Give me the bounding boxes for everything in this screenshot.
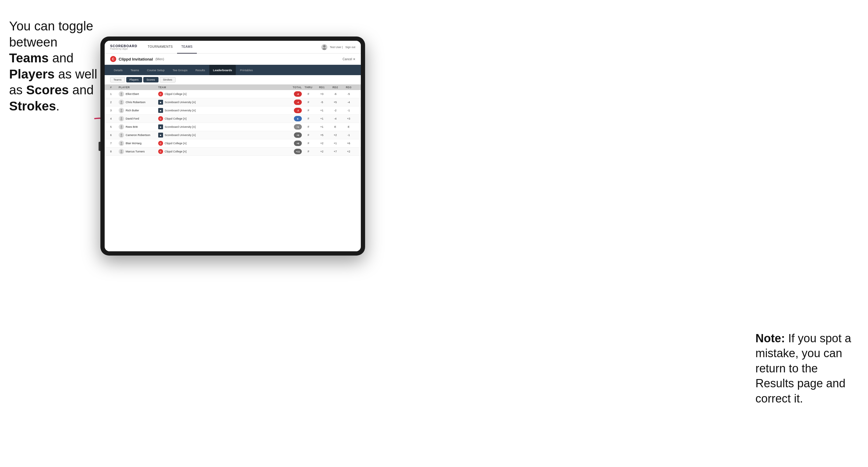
player-cell: Chris Robertson [119,99,158,105]
player-name: Marcus Turners [126,150,145,153]
tablet-frame: SCOREBOARD Powered by clippd TOURNAMENTS… [100,36,365,255]
player-cell: Rees Britt [119,124,158,130]
team-cell: ■ Scoreboard University [A] [158,100,284,105]
svg-point-6 [121,102,123,104]
table-row[interactable]: 1 Elliot Ebert C Clippd College [A] -8 F… [105,90,361,98]
rd3-cell: E [342,125,355,128]
th-rd3: RD3 [342,86,355,89]
svg-point-17 [121,150,122,152]
rd3-cell: -1 [342,109,355,112]
rank-cell: 5 [110,125,119,128]
thru-cell: F [302,101,315,104]
toggle-bar: Teams Players Scores Strokes [105,75,361,85]
strokes-bold: Strokes [9,99,56,113]
table-row[interactable]: 5 Rees Britt ■ Scoreboard University [A]… [105,123,361,131]
cancel-button[interactable]: Cancel ✕ [343,58,355,61]
rank-cell: 8 [110,150,119,153]
svg-point-7 [121,109,122,111]
nav-teams[interactable]: TEAMS [177,41,197,54]
toggle-scores[interactable]: Scores [143,77,158,83]
user-label: Test User | [330,45,343,49]
svg-point-16 [121,144,123,145]
team-cell: C Clippd College [A] [158,149,284,154]
team-cell: ■ Scoreboard University [A] [158,133,284,137]
team-name: Clippd College [A] [164,150,186,153]
rd1-cell: +1 [315,117,329,120]
total-badge: +1 [294,124,302,130]
scores-bold: Scores [26,83,69,97]
tablet-screen: SCOREBOARD Powered by clippd TOURNAMENTS… [105,41,361,251]
team-name: Scoreboard University [A] [164,133,196,136]
table-row[interactable]: 4 David Ford C Clippd College [A] E F +1… [105,115,361,123]
tab-tee-groups[interactable]: Tee Groups [169,65,191,75]
tournament-gender: (Men) [155,57,164,61]
svg-point-8 [121,111,123,112]
thru-cell: F [302,142,315,145]
player-name: Chris Robertson [126,101,146,104]
tab-teams[interactable]: Teams [127,65,143,75]
tournament-header: C Clippd Invitational (Men) Cancel ✕ [105,54,361,65]
table-row[interactable]: 7 Blair McHarg C Clippd College [A] +8 F… [105,139,361,148]
th-team: TEAM [158,86,284,89]
table-row[interactable]: 6 Cameron Robertson ■ Scoreboard Univers… [105,131,361,139]
player-avatar [119,124,124,130]
team-logo: C [158,116,163,121]
rank-cell: 2 [110,101,119,104]
table-header: # PLAYER TEAM TOTAL THRU RD1 RD2 RD3 [105,85,361,90]
rd2-cell: -4 [329,117,342,120]
total-cell: +11 [284,149,302,154]
total-badge: +8 [294,141,302,146]
tab-course-setup[interactable]: Course Setup [143,65,168,75]
toggle-strokes[interactable]: Strokes [160,77,176,83]
table-row[interactable]: 2 Chris Robertson ■ Scoreboard Universit… [105,98,361,106]
rd3-cell: +6 [342,142,355,145]
player-avatar [119,141,124,146]
table-row[interactable]: 8 Marcus Turners C Clippd College [A] +1… [105,148,361,156]
th-rd1: RD1 [315,86,329,89]
rd2-cell: +5 [329,101,342,104]
total-badge: E [294,116,302,121]
toggle-players[interactable]: Players [126,77,142,83]
player-name: David Ford [126,117,139,120]
total-badge: -4 [294,99,302,105]
team-logo: C [158,141,163,146]
player-cell: David Ford [119,116,158,121]
rd1-cell: -5 [315,101,329,104]
tab-results[interactable]: Results [192,65,209,75]
nav-tournaments[interactable]: TOURNAMENTS [143,41,177,54]
tab-details[interactable]: Details [110,65,126,75]
team-cell: ■ Scoreboard University [A] [158,108,284,113]
player-avatar [119,116,124,121]
team-cell: ■ Scoreboard University [A] [158,124,284,129]
rd3-cell: -1 [342,133,355,136]
tab-leaderboards[interactable]: Leaderboards [209,65,236,75]
team-name: Scoreboard University [A] [164,125,196,128]
logo-title: SCOREBOARD [110,44,137,48]
rank-cell: 3 [110,109,119,112]
total-cell: +1 [284,124,302,130]
svg-point-18 [121,152,123,153]
rd1-cell: +2 [315,142,329,145]
player-avatar [119,91,124,97]
team-logo: C [158,149,163,154]
player-avatar [119,132,124,138]
team-name: Clippd College [A] [164,92,186,96]
svg-point-10 [121,119,123,120]
rd1-cell: +5 [315,133,329,136]
total-badge: -8 [294,91,302,97]
rank-cell: 6 [110,133,119,136]
team-logo: ■ [158,108,163,113]
tab-bar: Details Teams Course Setup Tee Groups Re… [105,65,361,75]
tab-printables[interactable]: Printables [237,65,256,75]
total-cell: -2 [284,108,302,113]
scoreboard-logo: SCOREBOARD Powered by clippd [110,44,137,50]
table-row[interactable]: 3 Rich Butler ■ Scoreboard University [A… [105,106,361,115]
svg-point-11 [121,125,122,127]
th-rank: # [110,86,119,89]
toggle-teams[interactable]: Teams [110,77,125,83]
team-logo: ■ [158,124,163,129]
tournament-name: Clippd Invitational [119,57,153,61]
nav-right: Test User | Sign out [321,44,355,50]
signout-link[interactable]: Sign out [345,45,355,49]
rd3-cell: +3 [342,117,355,120]
